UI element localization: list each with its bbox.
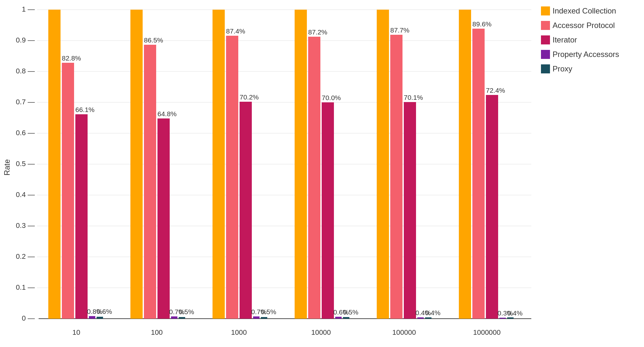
label-ap-1000: 87.4%	[226, 27, 245, 35]
legend-swatch-indexed-collection	[541, 6, 550, 15]
bar-accessor-protocol-1000	[226, 36, 238, 319]
bar-property-accessors-1000000	[499, 318, 506, 319]
svg-text:0.3 —: 0.3 —	[16, 221, 35, 230]
svg-text:0.5 —: 0.5 —	[16, 160, 35, 168]
bar-proxy-100000	[425, 317, 431, 319]
svg-text:1 —: 1 —	[22, 5, 35, 13]
bar-proxy-10	[97, 317, 103, 319]
x-label-1000000: 1000000	[473, 328, 501, 336]
legend-label-iterator: Iterator	[553, 35, 577, 44]
bar-property-accessors-100	[171, 316, 177, 319]
bar-indexed-collection-1000000	[459, 10, 471, 319]
x-label-1000: 1000	[231, 328, 247, 336]
label-it-10: 66.1%	[75, 106, 95, 113]
svg-text:0.1 —: 0.1 —	[16, 283, 35, 291]
y-axis-label: Rate	[3, 159, 11, 176]
svg-text:0.6 —: 0.6 —	[16, 129, 35, 137]
bar-indexed-collection-10	[48, 10, 61, 319]
label-it-10000: 70.0%	[322, 94, 341, 101]
svg-text:0 —: 0 —	[22, 314, 35, 322]
label-ap-10000: 87.2%	[308, 28, 327, 36]
bar-accessor-protocol-10	[62, 63, 74, 319]
svg-text:0.8 —: 0.8 —	[16, 67, 35, 75]
svg-text:0.7 —: 0.7 —	[16, 98, 35, 106]
label-px-1000: 0.5%	[261, 308, 276, 315]
bar-property-accessors-100000	[417, 317, 424, 319]
group-1000000: 89.6% 72.4% 0.3% 0.4% 1000000	[459, 10, 523, 336]
x-label-10: 10	[72, 328, 80, 336]
bar-iterator-1000000	[486, 95, 498, 319]
bar-iterator-100000	[404, 102, 416, 319]
legend-label-property-accessors: Property Accessors	[553, 50, 619, 59]
group-10: 82.8% 66.1% 0.8% 0.6% 10	[48, 10, 112, 336]
group-1000: 87.4% 70.2% 0.7% 0.5% 1000	[213, 10, 276, 336]
label-px-100000: 0.4%	[425, 309, 440, 316]
label-it-100000: 70.1%	[404, 94, 423, 101]
label-ap-100000: 87.7%	[390, 26, 410, 34]
bar-chart: .axis-label { font-family: Arial, sans-s…	[0, 0, 644, 347]
bar-proxy-1000000	[507, 317, 514, 319]
label-it-1000000: 72.4%	[486, 87, 505, 94]
label-px-100: 0.5%	[179, 308, 194, 315]
label-it-1000: 70.2%	[240, 93, 259, 101]
bar-accessor-protocol-100	[144, 45, 156, 319]
bar-iterator-10000	[322, 102, 334, 319]
bar-accessor-protocol-100000	[390, 35, 402, 319]
legend-swatch-proxy	[541, 64, 550, 73]
chart-container: .axis-label { font-family: Arial, sans-s…	[0, 0, 644, 347]
x-label-100000: 100000	[392, 328, 416, 336]
bar-indexed-collection-10000	[295, 10, 307, 319]
x-label-10000: 10000	[311, 328, 331, 336]
label-ap-10: 82.8%	[62, 54, 81, 62]
bar-property-accessors-1000	[253, 316, 260, 319]
bar-property-accessors-10000	[335, 317, 342, 319]
bar-proxy-100	[179, 317, 185, 319]
bar-proxy-10000	[343, 317, 349, 319]
legend-label-accessor-protocol: Accessor Protocol	[553, 21, 615, 30]
legend-swatch-accessor-protocol	[541, 21, 550, 30]
legend-swatch-property-accessors	[541, 50, 550, 59]
bar-indexed-collection-1000	[213, 10, 225, 319]
svg-text:0.2 —: 0.2 —	[16, 252, 35, 260]
bar-property-accessors-10	[89, 316, 95, 319]
bar-iterator-10	[75, 114, 88, 319]
legend: Indexed Collection Accessor Protocol Ite…	[541, 6, 619, 73]
group-100000: 87.7% 70.1% 0.4% 0.4% 100000	[377, 10, 440, 336]
bar-iterator-100	[157, 118, 170, 319]
bar-iterator-1000	[240, 102, 252, 319]
bar-indexed-collection-100000	[377, 10, 389, 319]
svg-text:0.9 —: 0.9 —	[16, 36, 35, 44]
label-it-100: 64.8%	[157, 110, 177, 117]
label-px-10000: 0.5%	[343, 308, 358, 316]
label-ap-1000000: 89.6%	[472, 20, 492, 28]
group-100: 86.5% 64.8% 0.7% 0.5% 100	[130, 10, 194, 336]
label-ap-100: 86.5%	[144, 36, 163, 44]
bar-indexed-collection-100	[130, 10, 143, 319]
legend-swatch-iterator	[541, 35, 550, 44]
label-px-1000000: 0.4%	[507, 309, 523, 317]
group-10000: 87.2% 70.0% 0.6% 0.5% 10000	[295, 10, 358, 336]
x-label-100: 100	[151, 328, 163, 336]
bar-proxy-1000	[261, 317, 267, 319]
bar-accessor-protocol-1000000	[472, 29, 485, 319]
legend-label-indexed-collection: Indexed Collection	[553, 6, 616, 15]
label-px-10: 0.6%	[97, 308, 112, 315]
svg-text:0.4 —: 0.4 —	[16, 191, 35, 199]
legend-label-proxy: Proxy	[553, 64, 572, 73]
y-axis: 1 — 0.9 — 0.8 — 0.7 — 0.6 — 0.5 — 0.4	[16, 5, 531, 322]
bar-accessor-protocol-10000	[308, 37, 320, 319]
